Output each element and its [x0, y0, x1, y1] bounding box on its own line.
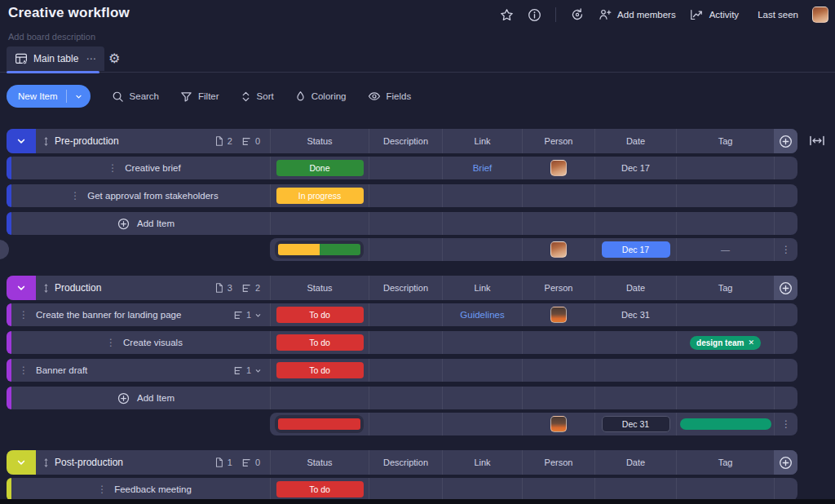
tag-cell[interactable] — [676, 359, 774, 382]
person-cell[interactable] — [522, 184, 594, 207]
avatar-woman-red-hair[interactable] — [550, 160, 567, 176]
drag-handle-icon[interactable] — [42, 136, 50, 147]
status-pill[interactable]: To do — [276, 362, 364, 378]
status-pill[interactable]: To do — [276, 481, 364, 497]
status-cell[interactable]: To do — [270, 303, 369, 326]
date-cell[interactable] — [594, 331, 676, 354]
add-item-row[interactable]: Add Item — [7, 212, 797, 235]
column-header-tag[interactable]: Tag — [676, 450, 774, 475]
add-item-button[interactable]: Add Item — [107, 392, 175, 405]
summary-status-cell[interactable] — [270, 238, 369, 261]
item-name-cell[interactable]: ⋮Feedback meeting — [11, 478, 270, 501]
activity-button[interactable]: Activity — [690, 8, 739, 21]
status-pill[interactable]: To do — [276, 334, 364, 351]
column-header-date[interactable]: Date — [594, 129, 676, 153]
status-pill[interactable]: Done — [276, 160, 364, 176]
drag-handle-icon[interactable] — [42, 458, 50, 468]
column-header-date[interactable]: Date — [594, 450, 676, 475]
summary-person-cell[interactable] — [522, 413, 594, 435]
group-collapse-button[interactable] — [7, 129, 36, 153]
tag-cell[interactable] — [676, 184, 774, 207]
status-cell[interactable] — [270, 387, 369, 409]
column-header-date[interactable]: Date — [594, 276, 676, 300]
item-name[interactable]: Create visuals — [123, 338, 183, 347]
date-cell[interactable] — [594, 184, 676, 207]
group-title[interactable]: Pre-production — [55, 135, 119, 147]
status-cell[interactable] — [270, 212, 369, 235]
person-cell[interactable] — [522, 303, 594, 326]
description-cell[interactable] — [369, 212, 442, 235]
link-text[interactable]: Brief — [473, 163, 493, 173]
tag-cell[interactable]: design team✕ — [676, 331, 774, 354]
column-header-tag[interactable]: Tag — [676, 129, 774, 153]
date-cell[interactable] — [594, 212, 676, 235]
row-menu-icon[interactable]: ⋮ — [90, 484, 114, 495]
favorite-star-icon[interactable] — [500, 8, 514, 22]
avatar-woman-orange-shirt[interactable] — [550, 307, 567, 323]
item-name[interactable]: Banner draft — [36, 365, 87, 375]
summary-menu-cell[interactable]: ⋮ — [774, 238, 797, 261]
column-header-status[interactable]: Status — [270, 450, 369, 475]
date-cell[interactable]: Dec 31 — [594, 303, 676, 326]
summary-date-pill[interactable]: Dec 31 — [602, 416, 670, 432]
person-cell[interactable] — [522, 331, 594, 354]
row-menu-icon[interactable]: ⋮ — [11, 309, 36, 321]
link-cell[interactable] — [442, 387, 522, 409]
add-item-button[interactable]: Add Item — [107, 218, 175, 230]
summary-person-cell[interactable] — [522, 238, 594, 261]
description-cell[interactable] — [369, 157, 442, 179]
link-cell[interactable] — [442, 212, 522, 235]
column-header-person[interactable]: Person — [522, 276, 594, 300]
status-distribution-bar[interactable] — [275, 241, 364, 259]
tab-options-icon[interactable]: ⋯ — [84, 53, 96, 64]
status-cell[interactable]: To do — [270, 331, 369, 354]
add-column-button[interactable] — [774, 276, 797, 300]
board-settings-gear-icon[interactable]: ⚙ — [108, 51, 120, 66]
summary-tag-cell[interactable]: — — [676, 238, 774, 261]
summary-status-cell[interactable] — [270, 413, 369, 435]
group-title[interactable]: Production — [55, 282, 101, 294]
item-name-cell[interactable]: ⋮Create visuals — [11, 331, 270, 354]
add-members-button[interactable]: Add members — [599, 8, 676, 21]
column-header-link[interactable]: Link — [442, 129, 522, 153]
description-cell[interactable] — [369, 331, 442, 354]
person-cell[interactable] — [522, 359, 594, 382]
description-cell[interactable] — [369, 478, 442, 501]
row-menu-icon[interactable]: ⋮ — [11, 365, 36, 376]
subitems-badge[interactable]: 1 — [233, 310, 262, 320]
new-item-dropdown-caret-icon[interactable] — [66, 90, 91, 103]
date-cell[interactable] — [594, 387, 676, 409]
person-cell[interactable] — [522, 212, 594, 235]
group-collapse-button[interactable] — [7, 450, 36, 475]
new-item-button[interactable]: New Item — [7, 85, 91, 108]
summary-date-pill[interactable]: Dec 17 — [602, 241, 670, 258]
status-cell[interactable]: To do — [270, 478, 369, 501]
item-name[interactable]: Creative brief — [125, 163, 180, 173]
add-item-name-cell[interactable]: Add Item — [11, 387, 270, 409]
subitems-badge[interactable]: 1 — [233, 365, 262, 375]
link-cell[interactable]: Guidelines — [442, 303, 522, 326]
avatar-woman-orange-shirt[interactable] — [550, 416, 567, 432]
column-header-person[interactable]: Person — [522, 129, 594, 153]
fields-button[interactable]: Fields — [368, 91, 412, 102]
column-header-person[interactable]: Person — [522, 450, 594, 475]
tag-chip[interactable]: design team✕ — [690, 336, 761, 350]
sort-button[interactable]: Sort — [241, 91, 274, 103]
board-description-placeholder[interactable]: Add board description — [8, 32, 95, 42]
column-header-description[interactable]: Description — [369, 450, 442, 475]
description-cell[interactable] — [369, 303, 442, 326]
remove-tag-icon[interactable]: ✕ — [748, 338, 754, 347]
item-name[interactable]: Feedback meeting — [114, 484, 192, 494]
kebab-menu-icon[interactable]: ⋮ — [781, 244, 791, 255]
summary-date-cell[interactable]: Dec 17 — [594, 238, 676, 261]
add-column-button[interactable] — [774, 450, 797, 475]
link-cell[interactable] — [442, 184, 522, 207]
group-title[interactable]: Post-production — [55, 457, 123, 468]
search-button[interactable]: Search — [112, 91, 159, 103]
link-cell[interactable] — [442, 359, 522, 382]
kebab-menu-icon[interactable]: ⋮ — [781, 418, 791, 430]
column-header-status[interactable]: Status — [270, 129, 369, 153]
status-pill[interactable]: In progress — [276, 188, 364, 204]
info-icon[interactable] — [528, 8, 541, 22]
last-seen-avatar[interactable] — [812, 7, 828, 23]
